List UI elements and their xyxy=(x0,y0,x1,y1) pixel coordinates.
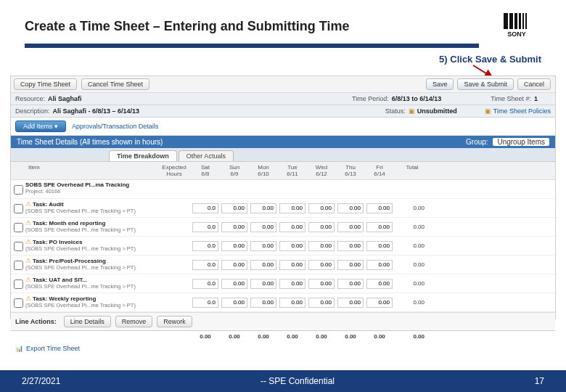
description-label: Description: xyxy=(15,107,50,115)
annotation-5: 5) Click Save & Submit xyxy=(439,54,541,65)
cancel-button[interactable]: Cancel xyxy=(517,78,551,90)
approvals-link[interactable]: Approvals/Transaction Details xyxy=(72,123,158,130)
warning-icon: ⚠ xyxy=(25,200,31,208)
time-entry-input[interactable] xyxy=(250,260,276,270)
time-entry-input[interactable] xyxy=(221,260,247,270)
group-select[interactable]: Ungroup Items xyxy=(493,138,549,146)
line-details-button[interactable]: Line Details xyxy=(64,316,111,327)
time-entry-input[interactable] xyxy=(250,203,276,213)
time-entry-input[interactable] xyxy=(366,203,393,213)
row-checkbox[interactable] xyxy=(14,242,23,251)
time-entry-input[interactable] xyxy=(279,222,305,232)
col-day-header: Tue6/11 xyxy=(278,162,307,179)
remove-button[interactable]: Remove xyxy=(115,316,153,327)
row-checkbox[interactable] xyxy=(14,204,23,213)
group-label: Group: xyxy=(466,138,488,146)
time-entry-input[interactable] xyxy=(192,260,218,270)
tab-other-actuals[interactable]: Other Actuals xyxy=(179,150,234,161)
footer-date: 2/27/2021 xyxy=(0,376,60,386)
time-entry-input[interactable] xyxy=(366,241,393,251)
time-entry-input[interactable] xyxy=(192,241,218,251)
svg-text:SONY: SONY xyxy=(507,30,526,38)
row-checkbox[interactable] xyxy=(14,298,23,308)
time-entry-input[interactable] xyxy=(279,298,305,308)
time-entry-input[interactable] xyxy=(192,298,218,308)
time-entry-input[interactable] xyxy=(279,241,305,251)
table-row: ⚠Task: Month end reporting(SOBS SPE Over… xyxy=(11,218,555,237)
tab-time-breakdown[interactable]: Time Breakdown xyxy=(109,150,177,161)
time-entry-input[interactable] xyxy=(279,260,305,270)
row-checkbox[interactable] xyxy=(14,279,23,289)
period-label: Time Period: xyxy=(352,95,389,102)
time-entry-input[interactable] xyxy=(308,203,335,213)
time-entry-input[interactable] xyxy=(308,241,335,251)
svg-rect-2 xyxy=(514,13,517,29)
time-entry-input[interactable] xyxy=(308,222,335,232)
time-entry-input[interactable] xyxy=(250,222,276,232)
time-entry-input[interactable] xyxy=(337,203,364,213)
col-expected-header: Expected Hours xyxy=(157,162,191,179)
time-entry-input[interactable] xyxy=(192,222,218,232)
row-total: 0.00 xyxy=(394,274,430,293)
toolbar-top: Copy Time Sheet Cancel Time Sheet Save S… xyxy=(11,76,555,93)
grid-totals-row: 0.000.000.000.000.000.000.000.00 xyxy=(11,330,555,342)
export-timesheet-link[interactable]: Export Time Sheet xyxy=(26,345,80,352)
row-checkbox[interactable] xyxy=(14,261,23,270)
row-total: 0.00 xyxy=(394,218,430,236)
time-entry-input[interactable] xyxy=(221,298,247,308)
time-entry-input[interactable] xyxy=(337,298,364,308)
time-entry-input[interactable] xyxy=(366,298,393,308)
svg-rect-4 xyxy=(522,13,524,29)
table-row: ⚠Task: Pre/Post-Processing(SOBS SPE Over… xyxy=(11,256,555,274)
time-entry-input[interactable] xyxy=(250,298,276,308)
time-entry-input[interactable] xyxy=(250,241,276,251)
svg-rect-3 xyxy=(519,13,521,29)
time-entry-input[interactable] xyxy=(192,203,218,213)
cancel-timesheet-button[interactable]: Cancel Time Sheet xyxy=(81,78,149,90)
policies-link[interactable]: Time Sheet Policies xyxy=(493,107,551,115)
copy-timesheet-button[interactable]: Copy Time Sheet xyxy=(14,78,77,90)
row-checkbox[interactable] xyxy=(14,223,23,232)
slide-footer: 2/27/2021 -- SPE Confidential 17 xyxy=(0,370,566,392)
policies-icon: ▣ xyxy=(485,107,491,115)
warning-icon: ⚠ xyxy=(25,276,31,283)
table-row: SOBS SPE Overhead Pl...ma TrackingProjec… xyxy=(11,180,555,199)
col-total-header: Total xyxy=(394,162,430,179)
time-entry-input[interactable] xyxy=(279,203,305,213)
time-entry-input[interactable] xyxy=(337,241,364,251)
period-value: 6/8/13 to 6/14/13 xyxy=(392,95,442,102)
time-entry-input[interactable] xyxy=(308,279,335,289)
footer-page-number: 17 xyxy=(535,376,566,386)
grand-total: 0.00 xyxy=(394,331,430,342)
time-entry-input[interactable] xyxy=(192,279,218,289)
title-rule xyxy=(25,44,479,48)
column-total: 0.00 xyxy=(336,331,365,342)
time-entry-input[interactable] xyxy=(366,279,393,289)
time-entry-input[interactable] xyxy=(337,222,364,232)
time-entry-input[interactable] xyxy=(308,260,335,270)
table-row: ⚠Task: PO Invoices(SOBS SPE Overhead Pl.… xyxy=(11,237,555,256)
time-entry-input[interactable] xyxy=(279,279,305,289)
add-items-dropdown[interactable]: Add Items ▾ xyxy=(15,121,66,132)
time-entry-input[interactable] xyxy=(221,241,247,251)
line-actions-label: Line Actions: xyxy=(15,318,57,325)
time-entry-input[interactable] xyxy=(337,260,364,270)
page-title: Create a Time Sheet – Entering and Submi… xyxy=(25,19,502,34)
time-entry-input[interactable] xyxy=(337,279,364,289)
time-entry-input[interactable] xyxy=(221,279,247,289)
time-entry-input[interactable] xyxy=(366,260,393,270)
save-submit-button[interactable]: Save & Submit xyxy=(457,78,514,90)
time-entry-input[interactable] xyxy=(366,222,393,232)
details-header-title: Time Sheet Details (All times shown in h… xyxy=(17,138,163,146)
row-checkbox[interactable] xyxy=(14,185,23,195)
time-entry-input[interactable] xyxy=(250,279,276,289)
warning-icon: ⚠ xyxy=(25,295,31,302)
table-row: ⚠Task: Weekly reporting(SOBS SPE Overhea… xyxy=(11,293,555,312)
details-header: Time Sheet Details (All times shown in h… xyxy=(11,136,555,148)
time-entry-input[interactable] xyxy=(221,203,247,213)
time-entry-input[interactable] xyxy=(221,222,247,232)
time-entry-input[interactable] xyxy=(308,298,335,308)
rework-button[interactable]: Rework xyxy=(157,316,192,327)
save-button[interactable]: Save xyxy=(426,78,454,90)
row-total xyxy=(394,180,430,198)
